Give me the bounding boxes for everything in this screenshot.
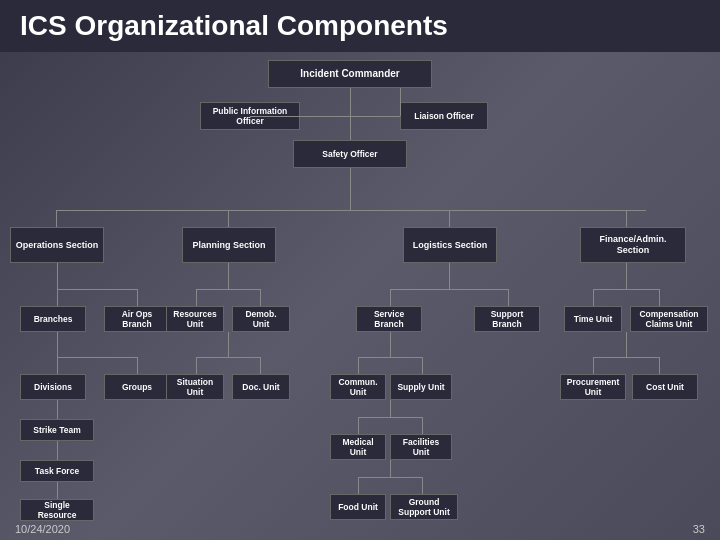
footer-page: 33 xyxy=(693,523,705,535)
footer-date: 10/24/2020 xyxy=(15,523,70,535)
box-service-branch: Service Branch xyxy=(356,306,422,332)
box-incident-commander: Incident Commander xyxy=(268,60,432,88)
box-safety: Safety Officer xyxy=(293,140,407,168)
slide-title: ICS Organizational Components xyxy=(0,0,720,52)
box-cost-unit: Cost Unit xyxy=(632,374,698,400)
box-compensation: Compensation Claims Unit xyxy=(630,306,708,332)
box-groups: Groups xyxy=(104,374,170,400)
box-planning: Planning Section xyxy=(182,227,276,263)
box-divisions: Divisions xyxy=(20,374,86,400)
box-single-resource: Single Resource xyxy=(20,499,94,521)
box-demob-unit: Demob. Unit xyxy=(232,306,290,332)
box-logistics: Logistics Section xyxy=(403,227,497,263)
box-commun-unit: Commun. Unit xyxy=(330,374,386,400)
box-situation-unit: Situation Unit xyxy=(166,374,224,400)
box-liaison: Liaison Officer xyxy=(400,102,488,130)
box-facilities-unit: Facilities Unit xyxy=(390,434,452,460)
slide: ICS Organizational Components Incident C… xyxy=(0,0,720,540)
box-task-force: Task Force xyxy=(20,460,94,482)
box-food-unit: Food Unit xyxy=(330,494,386,520)
box-doc-unit: Doc. Unit xyxy=(232,374,290,400)
box-strike-team: Strike Team xyxy=(20,419,94,441)
box-support-branch: Support Branch xyxy=(474,306,540,332)
box-operations: Operations Section xyxy=(10,227,104,263)
box-finance: Finance/Admin. Section xyxy=(580,227,686,263)
box-branches: Branches xyxy=(20,306,86,332)
box-time-unit: Time Unit xyxy=(564,306,622,332)
box-supply-unit: Supply Unit xyxy=(390,374,452,400)
box-procurement-unit: Procurement Unit xyxy=(560,374,626,400)
box-resources-unit: Resources Unit xyxy=(166,306,224,332)
box-air-ops: Air Ops Branch xyxy=(104,306,170,332)
box-ground-support: Ground Support Unit xyxy=(390,494,458,520)
org-chart: Incident Commander Public Information Of… xyxy=(0,52,696,512)
box-medical-unit: Medical Unit xyxy=(330,434,386,460)
